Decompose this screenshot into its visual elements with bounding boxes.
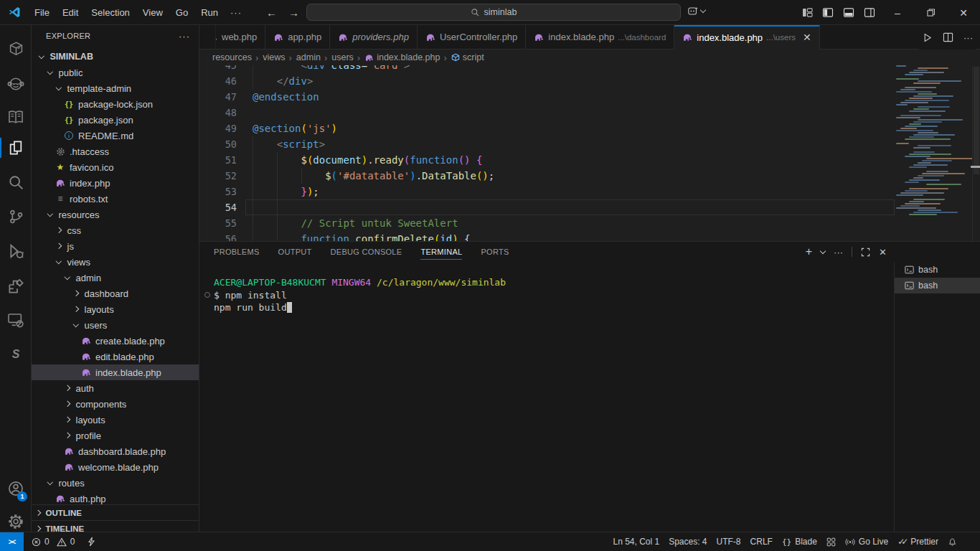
editor-scrollbar[interactable] <box>972 65 980 241</box>
menu-item[interactable]: File <box>28 4 56 21</box>
editor-tab[interactable]: index.blade.php ...\users ✕ <box>674 25 819 50</box>
panel-tab[interactable]: PROBLEMS <box>214 242 260 262</box>
maximize-panel-icon[interactable] <box>861 248 870 257</box>
tab-close-icon[interactable]: ✕ <box>803 32 811 43</box>
tree-item[interactable]: {} i ★ ≡ routes <box>32 475 199 491</box>
tree-item[interactable]: {} i ★ ≡ public <box>32 65 199 80</box>
code-line[interactable]: 53 }); <box>199 184 980 199</box>
indentation[interactable]: Spaces: 4 <box>669 537 707 547</box>
code-line[interactable]: 50 <script> <box>199 136 980 152</box>
tree-item[interactable]: {} i ★ ≡ template-admin <box>32 80 199 96</box>
activity-monkey-icon[interactable] <box>0 70 32 98</box>
code-line[interactable]: 54 <box>199 199 980 215</box>
nav-forward-icon[interactable]: → <box>288 6 299 19</box>
menu-item[interactable]: Selection <box>85 4 136 21</box>
notifications-bell-icon[interactable] <box>948 537 957 547</box>
eol-sequence[interactable]: CRLF <box>750 537 773 547</box>
menu-item[interactable]: Edit <box>56 4 85 21</box>
tree-item[interactable]: {} i ★ ≡ favicon.ico <box>32 159 199 175</box>
terminal-dropdown-icon[interactable] <box>820 248 826 253</box>
outline-section[interactable]: OUTLINE <box>32 504 199 520</box>
editor-tab[interactable]: app.php <box>265 25 330 49</box>
copilot-button[interactable] <box>687 6 705 17</box>
terminal-output[interactable]: ACER@LAPTOP-B48KUCMT MINGW64 /c/laragon/… <box>214 276 506 314</box>
activity-source-control-icon[interactable] <box>0 202 32 231</box>
activity-debug-icon[interactable] <box>0 237 32 265</box>
activity-explorer-icon[interactable] <box>0 133 32 162</box>
editor-tab[interactable]: index.blade.php ...\dashboard <box>526 25 674 49</box>
breadcrumb-item[interactable]: users › <box>331 52 361 63</box>
command-center-search[interactable]: siminlab <box>306 4 681 21</box>
run-code-icon[interactable] <box>922 32 933 43</box>
tree-item[interactable]: {} i ★ ≡ components <box>32 396 199 412</box>
panel-tab[interactable]: PORTS <box>481 242 509 262</box>
toggle-panel-icon[interactable] <box>843 8 854 17</box>
tree-item[interactable]: {} i ★ ≡ profile <box>32 428 199 443</box>
nav-back-icon[interactable]: ← <box>266 6 277 19</box>
tree-item[interactable]: {} i ★ ≡ js <box>32 238 199 254</box>
tree-item[interactable]: {} i ★ ≡ dashboard.blade.php <box>32 443 199 459</box>
minimize-button[interactable]: – <box>881 0 914 25</box>
tree-item[interactable]: {} i ★ ≡ index.php <box>32 175 199 191</box>
tree-item[interactable]: {} i ★ ≡ package.json <box>32 112 199 128</box>
toggle-sidebar-icon[interactable] <box>822 8 834 17</box>
tree-item[interactable]: {} i ★ ≡ dashboard <box>32 286 199 301</box>
menu-overflow-icon[interactable]: ··· <box>225 4 248 21</box>
panel-tab[interactable]: TERMINAL <box>420 242 462 262</box>
timeline-section[interactable]: TIMELINE <box>32 520 199 532</box>
new-terminal-icon[interactable]: + <box>806 246 812 258</box>
terminal-list-item[interactable]: bash <box>895 262 980 278</box>
customize-layout-icon[interactable] <box>802 8 813 17</box>
breadcrumb-item[interactable]: admin › <box>296 52 328 63</box>
breadcrumb-item[interactable]: script <box>451 52 484 62</box>
code-line[interactable]: 46 </div> <box>199 73 980 89</box>
activity-search-icon[interactable] <box>0 168 32 197</box>
terminal-list-item[interactable]: bash <box>895 278 980 293</box>
remote-indicator[interactable]: >< <box>0 532 24 551</box>
grid-icon[interactable] <box>826 537 836 547</box>
language-mode[interactable]: {} Blade <box>782 537 817 547</box>
explorer-more-icon[interactable]: ··· <box>179 31 190 42</box>
tree-item[interactable]: {} i ★ ≡ layouts <box>32 412 199 428</box>
code-line[interactable]: 52 $('#datatable').DataTable(); <box>199 168 980 184</box>
split-editor-icon[interactable] <box>943 32 953 42</box>
code-line[interactable]: 56 function confirmDelete(id) { <box>199 231 980 241</box>
code-line[interactable]: 49 @section('js') <box>199 121 980 136</box>
toggle-secondary-sidebar-icon[interactable] <box>864 8 875 17</box>
menu-item[interactable]: View <box>136 4 169 21</box>
editor-more-icon[interactable]: ··· <box>963 32 973 43</box>
problems-status[interactable]: 0 0 <box>32 537 75 547</box>
restore-button[interactable] <box>914 0 947 25</box>
tree-item[interactable]: {} i ★ ≡ css <box>32 222 199 238</box>
activity-extensions-icon[interactable] <box>0 272 32 301</box>
panel-tab[interactable]: DEBUG CONSOLE <box>331 242 402 262</box>
activity-book-icon[interactable] <box>0 103 32 131</box>
tree-item[interactable]: {} i ★ ≡ README.md <box>32 128 199 143</box>
tree-item[interactable]: {} i ★ ≡ auth <box>32 380 199 396</box>
tree-item[interactable]: {} i ★ ≡ welcome.blade.php <box>32 459 199 475</box>
activity-box-icon[interactable] <box>0 34 32 63</box>
tree-item[interactable]: {} i ★ ≡ views <box>32 254 199 270</box>
lightning-icon[interactable] <box>88 537 95 547</box>
activity-remote-explorer-icon[interactable] <box>0 306 32 334</box>
panel-tab[interactable]: OUTPUT <box>278 242 312 262</box>
code-line[interactable]: 51 $(document).ready(function() { <box>199 152 980 168</box>
encoding[interactable]: UTF-8 <box>717 537 741 547</box>
menu-item[interactable]: Go <box>169 4 194 21</box>
breadcrumb-item[interactable]: resources › <box>212 52 259 63</box>
cursor-position[interactable]: Ln 54, Col 1 <box>613 537 659 547</box>
code-line[interactable]: 45 <div class="card"> <box>199 65 980 73</box>
breadcrumb-item[interactable]: views › <box>263 52 293 63</box>
close-panel-icon[interactable]: ✕ <box>879 247 887 258</box>
tree-item[interactable]: {} i ★ ≡ admin <box>32 270 199 286</box>
accounts-icon[interactable]: 1 <box>0 474 32 503</box>
tree-item[interactable]: {} i ★ ≡ users <box>32 317 199 333</box>
code-line[interactable]: 48 <box>199 105 980 121</box>
tree-item[interactable]: {} i ★ ≡ index.blade.php <box>32 364 199 380</box>
close-button[interactable]: ✕ <box>947 0 980 25</box>
tree-item[interactable]: {} i ★ ≡ create.blade.php <box>32 333 199 349</box>
tree-item[interactable]: {} i ★ ≡ edit.blade.php <box>32 349 199 364</box>
editor-tab[interactable]: UserController.php <box>418 25 526 49</box>
tree-item[interactable]: {} i ★ ≡ layouts <box>32 301 199 317</box>
tree-item[interactable]: {} i ★ ≡ package-lock.json <box>32 96 199 112</box>
